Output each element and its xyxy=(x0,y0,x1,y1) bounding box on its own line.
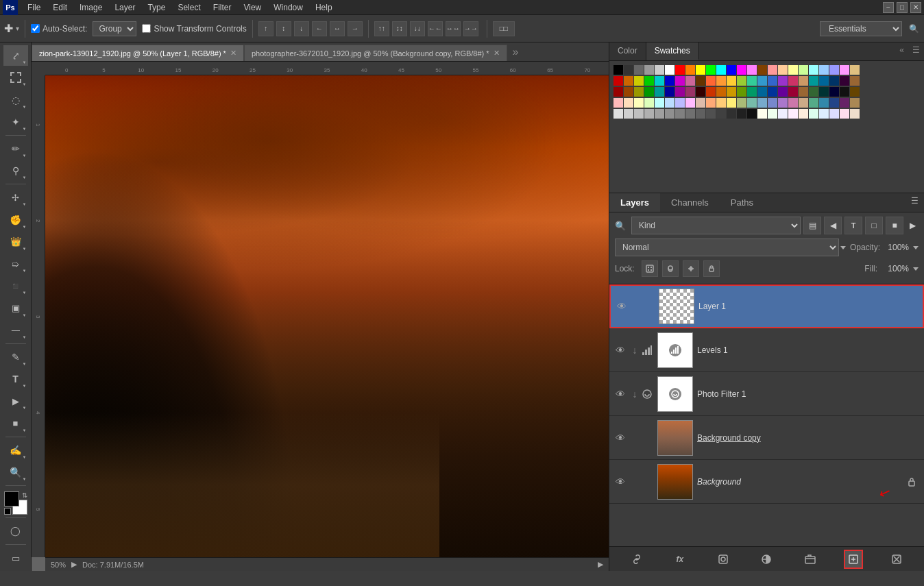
swatch[interactable] xyxy=(696,65,705,75)
auto-select-dropdown[interactable]: Group xyxy=(93,21,136,36)
swatch[interactable] xyxy=(624,87,633,97)
menu-help[interactable]: Help xyxy=(310,1,338,14)
swatch[interactable] xyxy=(747,98,757,108)
swatch[interactable] xyxy=(665,65,674,75)
swatch[interactable] xyxy=(737,76,746,86)
swatch[interactable] xyxy=(788,65,798,75)
swatch[interactable] xyxy=(727,87,736,97)
layers-panel-menu-btn[interactable]: ☰ xyxy=(905,193,924,212)
swatch[interactable] xyxy=(706,109,716,119)
swatch[interactable] xyxy=(727,76,736,86)
swatch[interactable] xyxy=(778,65,788,75)
swatch[interactable] xyxy=(850,87,860,97)
swatch[interactable] xyxy=(799,109,808,119)
swatch[interactable] xyxy=(727,109,736,119)
dist-bot-icon[interactable]: ↓↓ xyxy=(410,21,425,36)
swatch[interactable] xyxy=(624,98,633,108)
swatch[interactable] xyxy=(685,87,695,97)
swatch[interactable] xyxy=(665,109,674,119)
layer-thumb-layer1[interactable] xyxy=(659,289,694,324)
lock-position-btn[interactable] xyxy=(683,260,699,277)
swatch[interactable] xyxy=(768,98,777,108)
swatch[interactable] xyxy=(624,65,633,75)
tab-swatches[interactable]: Swatches xyxy=(646,42,699,60)
swatch[interactable] xyxy=(696,76,705,86)
align-middle-icon[interactable]: ↕ xyxy=(276,21,291,36)
menu-filter[interactable]: Filter xyxy=(208,1,237,14)
swatch[interactable] xyxy=(747,109,757,119)
shape-tool[interactable]: ■▼ xyxy=(3,413,28,433)
close-tab-photographer[interactable]: ✕ xyxy=(494,49,500,58)
swatch[interactable] xyxy=(819,98,829,108)
smart-filter-icon[interactable]: ■ xyxy=(886,217,903,234)
swatch[interactable] xyxy=(809,109,818,119)
swatch[interactable] xyxy=(644,87,654,97)
gradient-tool[interactable]: ▣▼ xyxy=(3,297,28,318)
swatch[interactable] xyxy=(840,98,849,108)
dist-right-icon[interactable]: →→ xyxy=(463,21,478,36)
dist-cen-icon[interactable]: ↔↔ xyxy=(446,21,461,36)
swatch[interactable] xyxy=(747,65,757,75)
swatch[interactable] xyxy=(665,87,674,97)
kind-select[interactable]: Kind xyxy=(631,217,801,234)
eraser-tool[interactable]: ◾▼ xyxy=(3,276,28,296)
menu-view[interactable]: View xyxy=(238,1,267,14)
swatch[interactable] xyxy=(850,98,860,108)
swatch[interactable] xyxy=(675,76,685,86)
swatch[interactable] xyxy=(613,98,623,108)
swatch[interactable] xyxy=(819,109,829,119)
delete-layer-btn[interactable] xyxy=(887,550,906,569)
menu-select[interactable]: Select xyxy=(172,1,206,14)
swatch[interactable] xyxy=(634,65,644,75)
essentials-select[interactable]: Essentials xyxy=(820,21,902,36)
swatch[interactable] xyxy=(655,76,664,86)
swatch[interactable] xyxy=(634,87,644,97)
swatch[interactable] xyxy=(696,109,705,119)
swatch[interactable] xyxy=(665,98,674,108)
marquee-tool[interactable]: ▼ xyxy=(3,67,28,88)
swatch[interactable] xyxy=(747,76,757,86)
blur-tool[interactable]: ⸻▼ xyxy=(3,320,28,341)
new-fill-adj-btn[interactable] xyxy=(757,550,776,569)
swatch[interactable] xyxy=(706,65,716,75)
search-icon[interactable]: 🔍 xyxy=(908,23,920,35)
swatch[interactable] xyxy=(768,87,777,97)
tab-zion[interactable]: zion-park-139012_1920.jpg @ 50% (Layer 1… xyxy=(32,45,244,61)
swatch[interactable] xyxy=(829,98,839,108)
swatch[interactable] xyxy=(778,98,788,108)
swatch[interactable] xyxy=(655,87,664,97)
panel-collapse-icon[interactable]: « xyxy=(897,42,907,60)
swatch[interactable] xyxy=(675,109,685,119)
swatch[interactable] xyxy=(644,98,654,108)
status-nav-btn[interactable]: ▶ xyxy=(598,560,603,569)
dist-top-icon[interactable]: ↑↑ xyxy=(374,21,389,36)
swatch[interactable] xyxy=(819,87,829,97)
brush-tool[interactable]: ✊▼ xyxy=(3,209,28,230)
swatch[interactable] xyxy=(634,76,644,86)
swatch[interactable] xyxy=(788,87,798,97)
swatch[interactable] xyxy=(809,87,818,97)
swatch[interactable] xyxy=(778,109,788,119)
swatch[interactable] xyxy=(850,65,860,75)
lock-image-btn[interactable] xyxy=(662,260,679,277)
hand-tool[interactable]: ✍▼ xyxy=(3,440,28,461)
swatch[interactable] xyxy=(829,87,839,97)
swatch[interactable] xyxy=(757,76,767,86)
swatch[interactable] xyxy=(716,76,726,86)
swatch[interactable] xyxy=(644,76,654,86)
layer-thumb-photofilter[interactable] xyxy=(657,376,693,412)
swatch[interactable] xyxy=(840,109,849,119)
layer-thumb-background[interactable] xyxy=(657,464,693,500)
text-tool[interactable]: T▼ xyxy=(3,369,28,389)
path-select-tool[interactable]: ▶▼ xyxy=(3,391,28,411)
expand-panel-btn[interactable]: » xyxy=(507,43,524,61)
swatch[interactable] xyxy=(685,109,695,119)
swatch[interactable] xyxy=(675,65,685,75)
layer-item-background[interactable]: 👁 Background ↙ xyxy=(609,460,924,504)
link-layers-btn[interactable] xyxy=(627,550,646,569)
swatch[interactable] xyxy=(706,98,716,108)
swatch[interactable] xyxy=(737,65,746,75)
dist-left-icon[interactable]: ←← xyxy=(428,21,443,36)
swatch[interactable] xyxy=(696,87,705,97)
swatch[interactable] xyxy=(675,87,685,97)
